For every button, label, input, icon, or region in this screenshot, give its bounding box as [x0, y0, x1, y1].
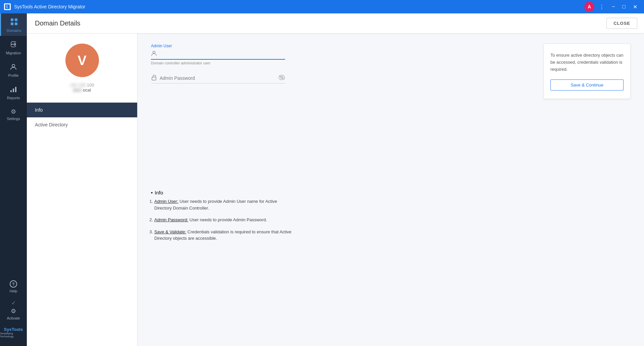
reports-icon [10, 85, 17, 95]
list-item: Save & Validate: Credentials validation … [154, 229, 292, 242]
app-icon: S [4, 3, 11, 10]
admin-password-input[interactable] [160, 75, 276, 81]
systools-logo: SysTools Simplifying Technology [0, 324, 27, 343]
desc-admin-password: User needs to provide Admin Password. [190, 217, 267, 222]
main-header: Domain Details CLOSE [27, 13, 644, 34]
info-bullet-title: • Info [151, 190, 292, 195]
admin-user-field-group: Admin User Domain control [151, 44, 285, 65]
svg-point-10 [153, 51, 155, 54]
migration-icon [10, 41, 17, 50]
help-label: Help [10, 289, 17, 293]
toggle-password-icon[interactable] [278, 75, 285, 81]
admin-password-icon [151, 74, 157, 82]
admin-user-input-wrap [151, 50, 285, 60]
svg-text:S: S [6, 5, 8, 9]
sidebar: Domains Migration Profile [0, 13, 27, 346]
admin-password-field-group [151, 74, 285, 83]
svg-rect-11 [152, 77, 156, 80]
svg-point-6 [12, 64, 15, 67]
domains-label: Domains [7, 28, 21, 33]
title-bar-controls: A ⋮ − □ ✕ [584, 2, 640, 12]
admin-user-label: Admin User [151, 44, 285, 48]
svg-rect-5 [15, 22, 17, 25]
right-panel: Admin User Domain control [138, 34, 644, 346]
left-panel: V 192.168.100 dom.ocal Info Active Direc… [27, 34, 138, 346]
sidebar-item-settings[interactable]: ⚙ Settings [0, 103, 27, 124]
svg-rect-4 [11, 22, 13, 25]
settings-label: Settings [7, 117, 20, 121]
migration-label: Migration [6, 51, 21, 55]
list-item: Admin Password: User needs to provide Ad… [154, 217, 292, 223]
user-avatar-button[interactable]: A [584, 2, 594, 12]
activate-check-icon: ✓ [11, 300, 16, 306]
app-title: SysTools Active Directory Migrator [14, 4, 85, 9]
domain-ip: 192.168.100 [70, 82, 94, 88]
domain-avatar: V [65, 44, 99, 77]
main-content: Domain Details CLOSE V 192.168.100 dom.o… [27, 13, 644, 346]
page-title: Domain Details [35, 19, 80, 27]
domain-info: 192.168.100 dom.ocal [70, 82, 94, 93]
minimize-button[interactable]: − [609, 2, 618, 11]
nav-item-info[interactable]: Info [27, 103, 137, 117]
admin-user-icon [151, 50, 157, 58]
svg-rect-2 [11, 18, 13, 21]
svg-rect-8 [13, 89, 14, 92]
title-bar-left: S SysTools Active Directory Migrator [4, 3, 85, 10]
window-close-button[interactable]: ✕ [630, 2, 640, 11]
sidebar-item-profile[interactable]: Profile [0, 58, 27, 81]
sidebar-item-domains[interactable]: Domains [0, 13, 27, 36]
admin-user-hint: Domain controller administrator user [151, 61, 285, 65]
admin-password-input-wrap [151, 74, 285, 83]
info-list: Admin User: User needs to provide Admin … [151, 198, 292, 242]
profile-icon [10, 63, 17, 72]
help-button[interactable]: ? Help [0, 276, 27, 296]
nav-item-active-directory[interactable]: Active Directory [27, 117, 137, 132]
maximize-button[interactable]: □ [620, 2, 628, 11]
info-section: • Info Admin User: User needs to provide… [151, 190, 292, 336]
svg-rect-7 [10, 90, 12, 92]
form-section: Admin User Domain control [151, 44, 285, 190]
more-options-button[interactable]: ⋮ [596, 2, 607, 11]
domain-local: dom.ocal [70, 88, 94, 93]
svg-rect-9 [15, 87, 16, 92]
credentials-text: To ensure active directory objects can b… [550, 52, 624, 73]
term-save-validate: Save & Validate: [154, 229, 186, 234]
save-continue-button[interactable]: Save & Continue [550, 79, 624, 91]
admin-user-input[interactable] [160, 51, 285, 57]
close-button[interactable]: CLOSE [606, 18, 637, 29]
reports-label: Reports [7, 96, 20, 100]
nav-items: Info Active Directory [27, 103, 137, 132]
activate-gear-icon: ⚙ [11, 307, 16, 315]
form-and-info: Admin User Domain control [151, 44, 530, 336]
term-admin-password: Admin Password: [154, 217, 188, 222]
help-icon: ? [10, 280, 17, 288]
sidebar-bottom: ? Help ✓ ⚙ Activate SysTools Simplifying… [0, 276, 27, 346]
sidebar-item-reports[interactable]: Reports [0, 81, 27, 103]
domains-icon [10, 18, 18, 27]
app-body: Domains Migration Profile [0, 13, 644, 346]
title-bar: S SysTools Active Directory Migrator A ⋮… [0, 0, 644, 13]
logo-text: SysTools [4, 327, 23, 332]
list-item: Admin User: User needs to provide Admin … [154, 198, 292, 211]
content-area: V 192.168.100 dom.ocal Info Active Direc… [27, 34, 644, 346]
term-admin-user: Admin User: [154, 199, 178, 204]
info-title: Info [155, 190, 163, 195]
logo-sub: Simplifying Technology [0, 332, 27, 338]
settings-icon: ⚙ [11, 108, 16, 115]
credentials-box: To ensure active directory objects can b… [543, 44, 631, 99]
profile-label: Profile [8, 73, 18, 77]
activate-button[interactable]: ✓ ⚙ Activate [0, 296, 27, 324]
svg-rect-3 [15, 18, 17, 21]
sidebar-item-migration[interactable]: Migration [0, 36, 27, 58]
activate-label: Activate [7, 316, 20, 320]
